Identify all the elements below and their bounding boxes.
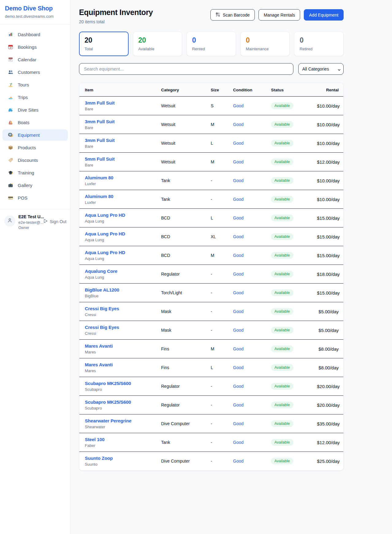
item-category: Tank [161,433,211,452]
item-name-link[interactable]: Cressi Big Eyes [85,306,161,311]
item-name-link[interactable]: Scubapro MK25/S600 [85,381,161,386]
stat-card-maintenance[interactable]: 0 Maintenance [240,32,290,56]
item-rental: $15.00/day [317,246,343,265]
sidebar-item-label: Bookings [18,44,37,50]
item-name-link[interactable]: 3mm Full Suit [85,100,161,105]
sidebar-item-dive-sites[interactable]: Dive Sites [2,104,68,116]
condition-link[interactable]: Good [233,197,243,202]
item-size: - [211,265,233,284]
condition-link[interactable]: Good [233,216,243,220]
sidebar-item-bookings[interactable]: 17 Bookings [2,41,68,53]
status-badge: Available [271,402,293,408]
stat-card-available[interactable]: 20 Available [133,32,183,56]
condition-link[interactable]: Good [233,141,243,146]
manage-rentals-button[interactable]: Manage Rentals [258,9,300,21]
sign-out-button[interactable]: Sign Out [43,219,66,224]
item-name-link[interactable]: Steel 100 [85,437,161,442]
condition-link[interactable]: Good [233,384,243,389]
item-name-link[interactable]: Mares Avanti [85,343,161,349]
sidebar-item-gallery[interactable]: Gallery [2,180,68,191]
table-row: Steel 100 Faber Tank - Good Available $1… [79,433,343,452]
condition-link[interactable]: Good [233,103,243,108]
item-size: L [211,134,233,153]
stat-label: Rented [192,47,231,51]
item-name-link[interactable]: Aqua Lung Pro HD [85,212,161,218]
condition-link[interactable]: Good [233,421,243,426]
item-name-link[interactable]: Scubapro MK25/S600 [85,399,161,405]
condition-link[interactable]: Good [233,272,243,277]
sidebar-item-equipment[interactable]: Equipment [2,129,68,141]
item-size: - [211,377,233,396]
condition-link[interactable]: Good [233,365,243,370]
scan-barcode-label: Scan Barcode [223,13,250,17]
item-name-link[interactable]: Aqualung Core [85,269,161,274]
condition-link[interactable]: Good [233,459,243,463]
tours-icon [8,82,13,87]
condition-link[interactable]: Good [233,234,243,239]
item-name-link[interactable]: 5mm Full Suit [85,156,161,162]
item-name-link[interactable]: Aqua Lung Pro HD [85,250,161,255]
sidebar-item-boats[interactable]: Boats [2,117,68,128]
condition-link[interactable]: Good [233,346,243,351]
item-size: M [211,246,233,265]
stat-card-total[interactable]: 20 Total [79,32,129,56]
item-brand: Bare [85,144,161,149]
add-equipment-button[interactable]: Add Equipment [304,9,344,21]
sidebar-item-trips[interactable]: Trips [2,92,68,103]
user-email: e2e-tester@... [18,220,40,225]
column-header-rental: Rental [317,83,343,97]
status-badge: Available [271,271,293,277]
training-icon [8,170,13,175]
condition-link[interactable]: Good [233,122,243,127]
item-rental: $12.00/day [317,153,343,171]
condition-link[interactable]: Good [233,328,243,333]
item-name-link[interactable]: Shearwater Peregrine [85,418,161,423]
status-badge: Available [271,121,293,128]
item-brand: Mares [85,368,161,373]
condition-link[interactable]: Good [233,440,243,445]
item-name-link[interactable]: Mares Avanti [85,362,161,367]
item-rental: $8.00/day [317,358,343,377]
item-category: BCD [161,209,211,227]
condition-link[interactable]: Good [233,178,243,183]
item-name-link[interactable]: Suunto Zoop [85,456,161,461]
sidebar-item-products[interactable]: Products [2,142,68,153]
sidebar-item-pos[interactable]: POS [2,192,68,204]
page-header: Equipment Inventory 20 items total [79,8,344,24]
equipment-table-body: 3mm Full Suit Bare Wetsuit S Good Availa… [79,97,343,471]
item-category: BCD [161,246,211,265]
stat-card-rented[interactable]: 0 Rented [187,32,236,56]
sidebar-item-calendar[interactable]: Calendar [2,54,68,65]
category-select[interactable]: All Categories [298,63,344,75]
logo-block: Demo Dive Shop demo.test.divestreams.com [0,0,70,25]
scan-barcode-button[interactable]: Scan Barcode [210,9,255,21]
item-name-link[interactable]: 3mm Full Suit [85,119,161,124]
condition-link[interactable]: Good [233,253,243,258]
status-badge: Available [271,289,293,296]
sidebar-item-tours[interactable]: Tours [2,79,68,90]
item-name-link[interactable]: Aluminum 80 [85,175,161,180]
condition-link[interactable]: Good [233,402,243,407]
item-name-link[interactable]: BigBlue AL1200 [85,287,161,292]
item-brand: Bare [85,107,161,111]
condition-link[interactable]: Good [233,290,243,295]
condition-link[interactable]: Good [233,309,243,314]
item-name-link[interactable]: Aqua Lung Pro HD [85,231,161,236]
sidebar-item-customers[interactable]: Customers [2,67,68,78]
item-name-link[interactable]: 3mm Full Suit [85,138,161,143]
item-name-link[interactable]: Aluminum 80 [85,194,161,199]
item-rental: $15.00/day [317,284,343,302]
item-name-link[interactable]: Cressi Big Eyes [85,325,161,330]
sidebar-item-discounts[interactable]: Discounts [2,154,68,166]
user-meta: E2E Test U... e2e-tester@... Owner [18,214,40,230]
stat-card-retired[interactable]: 0 Retired [294,32,344,56]
sidebar-item-dashboard[interactable]: Dashboard [2,29,68,40]
item-size: M [211,153,233,171]
gallery-icon [8,183,13,188]
condition-link[interactable]: Good [233,159,243,164]
calendar-icon [8,57,13,62]
sidebar-item-training[interactable]: Training [2,167,68,178]
table-row: Aqua Lung Pro HD Aqua Lung BCD M Good Av… [79,246,343,265]
item-brand: Scubapro [85,387,161,392]
search-input[interactable] [79,63,293,75]
